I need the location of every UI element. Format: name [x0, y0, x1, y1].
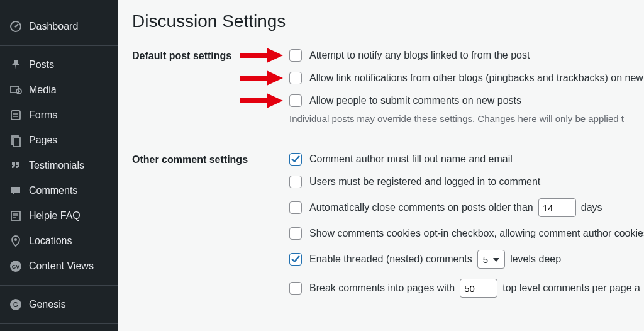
svg-marker-17: [267, 70, 283, 86]
checkbox-label: Break comments into pages with: [309, 283, 455, 294]
svg-point-1: [14, 25, 16, 27]
svg-rect-18: [240, 98, 267, 103]
section-default-post-settings: Default post settings Attempt to notify …: [132, 49, 644, 134]
unit-label: days: [581, 202, 602, 213]
quote-icon: [9, 159, 23, 172]
forms-icon: [9, 108, 23, 122]
checkbox-label: Show comments cookies opt-in checkbox, a…: [309, 228, 644, 239]
pages-icon: [9, 133, 23, 147]
sidebar-item-comments[interactable]: Comments: [0, 178, 118, 203]
svg-rect-4: [11, 111, 20, 120]
checkbox-auto-close-comments[interactable]: [289, 201, 302, 214]
checkbox-allow-pingbacks[interactable]: [289, 72, 302, 84]
sidebar-separator: [0, 45, 118, 46]
checkbox-require-registration[interactable]: [289, 176, 302, 188]
section-description: Individual posts may override these sett…: [289, 113, 644, 124]
annotation-arrow-icon: [240, 92, 284, 109]
comment-icon: [9, 184, 23, 198]
faq-icon: [9, 209, 23, 223]
sidebar-item-label: Forms: [29, 109, 57, 121]
sidebar-item-content-views[interactable]: CV Content Views: [0, 254, 118, 279]
svg-marker-19: [267, 93, 283, 108]
checkbox-label: Automatically close comments on posts ol…: [309, 202, 533, 213]
sidebar-item-locations[interactable]: Locations: [0, 228, 118, 254]
sidebar-item-dashboard[interactable]: Dashboard: [0, 14, 118, 39]
checkbox-label: Allow link notifications from other blog…: [309, 72, 643, 84]
svg-rect-16: [240, 76, 267, 81]
settings-main: Discussion Settings Default post setting…: [118, 0, 644, 331]
genesis-icon: G: [9, 298, 23, 311]
sidebar-item-label: Dashboard: [29, 21, 78, 32]
checkbox-label: Allow people to submit comments on new p…: [309, 95, 521, 106]
dashboard-icon: [9, 20, 23, 33]
unit-label: top level comments per page a: [502, 283, 640, 294]
checkbox-paginate-comments[interactable]: [289, 282, 302, 295]
sidebar-item-posts[interactable]: Posts: [0, 52, 118, 77]
sidebar-item-label: Comments: [29, 185, 77, 196]
sidebar-item-label: Locations: [29, 235, 72, 247]
pin-icon: [9, 58, 23, 72]
sidebar-item-label: Helpie FAQ: [29, 210, 80, 222]
checkbox-label: Comment author must fill out name and em…: [309, 154, 513, 165]
cv-icon: CV: [9, 259, 23, 273]
admin-sidebar: Dashboard Posts Media Forms Pages Testim…: [0, 0, 118, 331]
sidebar-item-genesis[interactable]: G Genesis: [0, 292, 118, 317]
days-old-input[interactable]: [538, 198, 576, 217]
sidebar-separator: [0, 285, 118, 286]
sidebar-item-label: Media: [29, 84, 57, 96]
sidebar-item-media[interactable]: Media: [0, 77, 118, 103]
section-other-comment-settings: Other comment settings Comment author mu…: [132, 153, 644, 308]
thread-depth-select[interactable]: 5: [477, 250, 505, 269]
sidebar-item-label: Content Views: [29, 261, 94, 272]
sidebar-item-label: Posts: [29, 59, 54, 70]
svg-text:G: G: [13, 301, 18, 308]
svg-rect-6: [14, 138, 20, 147]
checkbox-notify-linked-blogs[interactable]: [289, 49, 302, 62]
annotation-arrow-icon: [240, 69, 284, 87]
sidebar-item-label: Pages: [29, 135, 57, 146]
location-icon: [9, 234, 23, 248]
page-title: Discussion Settings: [132, 11, 644, 31]
sidebar-item-label: Genesis: [29, 299, 66, 310]
checkbox-label: Attempt to notify any blogs linked to fr…: [309, 50, 530, 61]
unit-label: levels deep: [510, 254, 561, 265]
media-icon: [9, 83, 23, 97]
sidebar-separator: [0, 323, 118, 324]
svg-point-8: [14, 238, 17, 241]
checkbox-allow-comments[interactable]: [289, 94, 302, 107]
sidebar-item-testimonials[interactable]: Testimonials: [0, 153, 118, 178]
svg-text:CV: CV: [12, 264, 20, 270]
checkbox-label: Enable threaded (nested) comments: [309, 254, 472, 265]
sidebar-item-label: Testimonials: [29, 160, 84, 171]
sidebar-item-pages[interactable]: Pages: [0, 128, 118, 153]
checkbox-label: Users must be registered and logged in t…: [309, 176, 540, 188]
checkbox-require-name-email[interactable]: [289, 153, 302, 166]
checkbox-threaded-comments[interactable]: [289, 253, 302, 266]
section-heading: Default post settings: [132, 49, 289, 62]
sidebar-item-helpie-faq[interactable]: Helpie FAQ: [0, 203, 118, 228]
checkbox-cookies-optin[interactable]: [289, 227, 302, 240]
sidebar-item-forms[interactable]: Forms: [0, 103, 118, 128]
comments-per-page-input[interactable]: [460, 279, 497, 298]
section-heading: Other comment settings: [132, 153, 289, 166]
